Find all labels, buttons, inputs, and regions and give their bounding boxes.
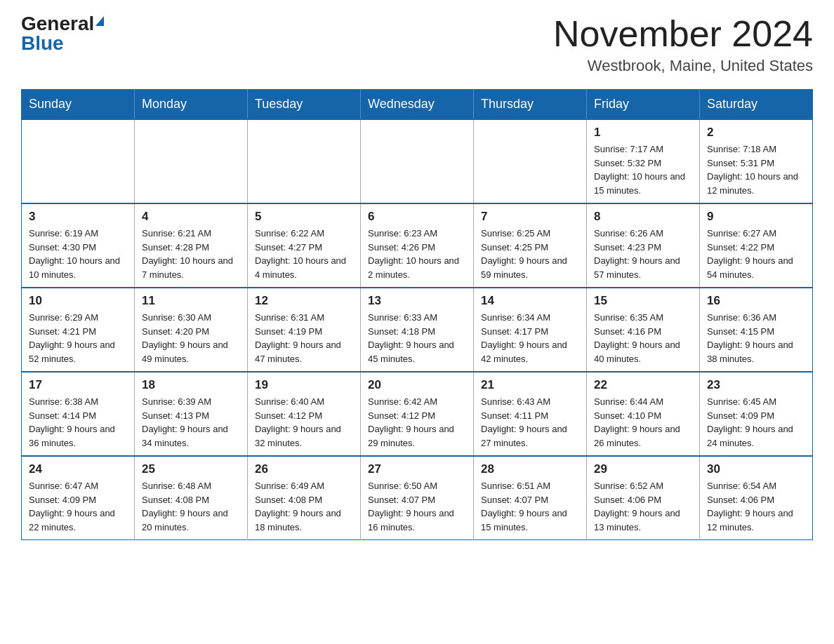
calendar-cell: 3Sunrise: 6:19 AMSunset: 4:30 PMDaylight… <box>22 203 135 288</box>
day-number: 25 <box>142 462 240 476</box>
calendar-week-5: 24Sunrise: 6:47 AMSunset: 4:09 PMDayligh… <box>22 456 813 540</box>
day-info: Sunrise: 7:18 AMSunset: 5:31 PMDaylight:… <box>707 142 805 197</box>
calendar-body: 1Sunrise: 7:17 AMSunset: 5:32 PMDaylight… <box>22 119 813 540</box>
day-info: Sunrise: 6:40 AMSunset: 4:12 PMDaylight:… <box>255 395 353 450</box>
day-info: Sunrise: 6:30 AMSunset: 4:20 PMDaylight:… <box>142 311 240 365</box>
weekday-header-row: SundayMondayTuesdayWednesdayThursdayFrid… <box>22 90 813 120</box>
day-number: 10 <box>29 294 127 308</box>
day-number: 14 <box>481 294 579 308</box>
day-info: Sunrise: 6:52 AMSunset: 4:06 PMDaylight:… <box>594 479 692 534</box>
day-info: Sunrise: 6:19 AMSunset: 4:30 PMDaylight:… <box>29 227 127 281</box>
calendar-cell: 25Sunrise: 6:48 AMSunset: 4:08 PMDayligh… <box>135 456 248 540</box>
calendar-cell: 30Sunrise: 6:54 AMSunset: 4:06 PMDayligh… <box>700 456 813 540</box>
day-number: 15 <box>594 294 692 308</box>
weekday-header-tuesday: Tuesday <box>248 90 361 120</box>
day-number: 9 <box>707 210 805 224</box>
month-title: November 2024 <box>553 14 813 54</box>
calendar-cell: 29Sunrise: 6:52 AMSunset: 4:06 PMDayligh… <box>587 456 700 540</box>
day-info: Sunrise: 6:31 AMSunset: 4:19 PMDaylight:… <box>255 311 353 365</box>
day-info: Sunrise: 6:54 AMSunset: 4:06 PMDaylight:… <box>707 479 805 534</box>
day-info: Sunrise: 7:17 AMSunset: 5:32 PMDaylight:… <box>594 142 692 197</box>
weekday-header-friday: Friday <box>587 90 700 120</box>
weekday-header-thursday: Thursday <box>474 90 587 120</box>
calendar-cell <box>22 119 135 203</box>
day-number: 5 <box>255 210 353 224</box>
day-number: 11 <box>142 294 240 308</box>
page-header: General Blue November 2024 Westbrook, Ma… <box>21 14 813 75</box>
calendar-cell: 11Sunrise: 6:30 AMSunset: 4:20 PMDayligh… <box>135 288 248 372</box>
logo-general-text: General <box>21 14 94 34</box>
calendar-cell: 22Sunrise: 6:44 AMSunset: 4:10 PMDayligh… <box>587 372 700 456</box>
calendar-cell: 8Sunrise: 6:26 AMSunset: 4:23 PMDaylight… <box>587 203 700 288</box>
day-number: 2 <box>707 126 805 140</box>
day-number: 26 <box>255 462 353 476</box>
logo-triangle-icon <box>95 16 104 26</box>
day-number: 1 <box>594 126 692 140</box>
calendar-cell: 4Sunrise: 6:21 AMSunset: 4:28 PMDaylight… <box>135 203 248 288</box>
calendar-cell <box>474 119 587 203</box>
day-number: 27 <box>368 462 466 476</box>
day-number: 13 <box>368 294 466 308</box>
calendar-cell <box>135 119 248 203</box>
calendar-cell: 27Sunrise: 6:50 AMSunset: 4:07 PMDayligh… <box>361 456 474 540</box>
day-number: 12 <box>255 294 353 308</box>
calendar-cell: 19Sunrise: 6:40 AMSunset: 4:12 PMDayligh… <box>248 372 361 456</box>
day-info: Sunrise: 6:27 AMSunset: 4:22 PMDaylight:… <box>707 227 805 281</box>
day-number: 21 <box>481 378 579 392</box>
day-info: Sunrise: 6:33 AMSunset: 4:18 PMDaylight:… <box>368 311 466 365</box>
day-number: 22 <box>594 378 692 392</box>
day-info: Sunrise: 6:22 AMSunset: 4:27 PMDaylight:… <box>255 227 353 281</box>
location-title: Westbrook, Maine, United States <box>553 57 813 75</box>
day-number: 6 <box>368 210 466 224</box>
calendar-cell: 24Sunrise: 6:47 AMSunset: 4:09 PMDayligh… <box>22 456 135 540</box>
day-info: Sunrise: 6:25 AMSunset: 4:25 PMDaylight:… <box>481 227 579 281</box>
day-number: 19 <box>255 378 353 392</box>
calendar-cell <box>361 119 474 203</box>
day-number: 20 <box>368 378 466 392</box>
weekday-header-sunday: Sunday <box>22 90 135 120</box>
day-number: 24 <box>29 462 127 476</box>
calendar-cell <box>248 119 361 203</box>
day-number: 16 <box>707 294 805 308</box>
day-info: Sunrise: 6:43 AMSunset: 4:11 PMDaylight:… <box>481 395 579 450</box>
day-number: 29 <box>594 462 692 476</box>
calendar-cell: 18Sunrise: 6:39 AMSunset: 4:13 PMDayligh… <box>135 372 248 456</box>
title-area: November 2024 Westbrook, Maine, United S… <box>553 14 813 75</box>
day-number: 23 <box>707 378 805 392</box>
day-info: Sunrise: 6:23 AMSunset: 4:26 PMDaylight:… <box>368 227 466 281</box>
day-info: Sunrise: 6:47 AMSunset: 4:09 PMDaylight:… <box>29 479 127 534</box>
calendar-cell: 15Sunrise: 6:35 AMSunset: 4:16 PMDayligh… <box>587 288 700 372</box>
day-number: 28 <box>481 462 579 476</box>
logo: General Blue <box>21 14 104 53</box>
calendar-cell: 20Sunrise: 6:42 AMSunset: 4:12 PMDayligh… <box>361 372 474 456</box>
calendar-cell: 7Sunrise: 6:25 AMSunset: 4:25 PMDaylight… <box>474 203 587 288</box>
day-info: Sunrise: 6:29 AMSunset: 4:21 PMDaylight:… <box>29 311 127 365</box>
calendar-cell: 14Sunrise: 6:34 AMSunset: 4:17 PMDayligh… <box>474 288 587 372</box>
calendar-cell: 5Sunrise: 6:22 AMSunset: 4:27 PMDaylight… <box>248 203 361 288</box>
day-number: 17 <box>29 378 127 392</box>
calendar-cell: 13Sunrise: 6:33 AMSunset: 4:18 PMDayligh… <box>361 288 474 372</box>
day-info: Sunrise: 6:50 AMSunset: 4:07 PMDaylight:… <box>368 479 466 534</box>
day-info: Sunrise: 6:36 AMSunset: 4:15 PMDaylight:… <box>707 311 805 365</box>
weekday-header-monday: Monday <box>135 90 248 120</box>
calendar-cell: 28Sunrise: 6:51 AMSunset: 4:07 PMDayligh… <box>474 456 587 540</box>
calendar-cell: 10Sunrise: 6:29 AMSunset: 4:21 PMDayligh… <box>22 288 135 372</box>
day-info: Sunrise: 6:44 AMSunset: 4:10 PMDaylight:… <box>594 395 692 450</box>
calendar-cell: 12Sunrise: 6:31 AMSunset: 4:19 PMDayligh… <box>248 288 361 372</box>
calendar-cell: 1Sunrise: 7:17 AMSunset: 5:32 PMDaylight… <box>587 119 700 203</box>
day-info: Sunrise: 6:38 AMSunset: 4:14 PMDaylight:… <box>29 395 127 450</box>
calendar-week-1: 1Sunrise: 7:17 AMSunset: 5:32 PMDaylight… <box>22 119 813 203</box>
calendar-cell: 9Sunrise: 6:27 AMSunset: 4:22 PMDaylight… <box>700 203 813 288</box>
logo-blue-text: Blue <box>21 34 64 53</box>
day-info: Sunrise: 6:48 AMSunset: 4:08 PMDaylight:… <box>142 479 240 534</box>
calendar-week-3: 10Sunrise: 6:29 AMSunset: 4:21 PMDayligh… <box>22 288 813 372</box>
day-info: Sunrise: 6:45 AMSunset: 4:09 PMDaylight:… <box>707 395 805 450</box>
calendar-cell: 2Sunrise: 7:18 AMSunset: 5:31 PMDaylight… <box>700 119 813 203</box>
day-number: 18 <box>142 378 240 392</box>
day-info: Sunrise: 6:21 AMSunset: 4:28 PMDaylight:… <box>142 227 240 281</box>
day-number: 8 <box>594 210 692 224</box>
weekday-header-saturday: Saturday <box>700 90 813 120</box>
calendar-table: SundayMondayTuesdayWednesdayThursdayFrid… <box>21 89 813 540</box>
day-info: Sunrise: 6:35 AMSunset: 4:16 PMDaylight:… <box>594 311 692 365</box>
calendar-cell: 23Sunrise: 6:45 AMSunset: 4:09 PMDayligh… <box>700 372 813 456</box>
